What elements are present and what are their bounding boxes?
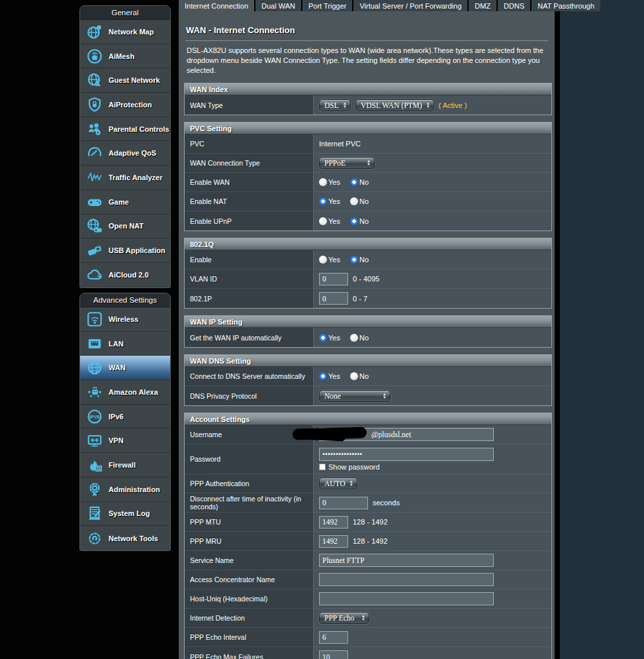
sidebar-item-ipv6[interactable]: IPV6IPv6	[80, 405, 170, 429]
field-value	[314, 647, 551, 659]
dropdown-value: None	[324, 392, 341, 400]
sidebar-item-aicloud-2-0[interactable]: AiCloud 2.0	[80, 263, 170, 287]
radio-button[interactable]	[319, 372, 327, 380]
show-password-checkbox[interactable]	[319, 464, 326, 470]
tab-port-trigger[interactable]: Port Trigger	[302, 0, 352, 11]
field-value: 128 - 1492	[314, 532, 551, 551]
radio-enable-no[interactable]: No	[350, 256, 369, 264]
radio-get-the-wan-ip-automatically-no[interactable]: No	[350, 334, 369, 342]
radio-enable-upnp-yes[interactable]: Yes	[319, 217, 340, 225]
radio-button[interactable]	[350, 372, 358, 380]
disconnect-after-time-of-inactivity-in-seconds-input[interactable]	[319, 497, 368, 509]
dropdown-none[interactable]: None▲▼	[319, 390, 391, 402]
sidebar-item-network-tools[interactable]: Network Tools	[80, 526, 170, 550]
radio-button[interactable]	[319, 178, 327, 186]
tab-dmz[interactable]: DMZ	[469, 0, 496, 11]
sidebar-item-game[interactable]: Game	[80, 190, 170, 215]
tab-internet-connection[interactable]: Internet Connection	[179, 0, 254, 11]
tab-ddns[interactable]: DDNS	[498, 0, 530, 11]
dropdown-pppoe[interactable]: PPPoE▲▼	[319, 157, 375, 169]
sidebar-item-label: Administration	[109, 485, 160, 493]
ppp-mru-input[interactable]	[319, 535, 348, 548]
sidebar-item-guest-network[interactable]: Guest Network	[80, 68, 170, 93]
radio-button[interactable]	[350, 256, 358, 264]
tab-nat-passthrough[interactable]: NAT Passthrough	[531, 0, 600, 11]
dropdown-arrows-icon: ▲▼	[383, 393, 387, 399]
sidebar-item-aiprotection[interactable]: AiProtection	[80, 93, 170, 117]
802-1p-input[interactable]	[319, 292, 348, 305]
sidebar-item-amazon-alexa[interactable]: Amazon Alexa	[80, 380, 170, 405]
sidebar-item-adaptive-qos[interactable]: Adaptive QoS	[80, 141, 170, 166]
radio-enable-nat-yes[interactable]: Yes	[319, 197, 340, 205]
radio-enable-nat-no[interactable]: No	[350, 197, 369, 205]
field-value: YesNo	[314, 250, 551, 270]
radio-button[interactable]	[319, 256, 327, 264]
tab-dual-wan[interactable]: Dual WAN	[255, 0, 301, 11]
usb-application-icon	[86, 242, 103, 259]
radio-button[interactable]	[350, 217, 358, 225]
sidebar-item-parental-controls[interactable]: Parental Controls	[80, 117, 170, 142]
radio-label: No	[359, 372, 369, 380]
radio-button[interactable]	[350, 178, 358, 186]
field-label: PPP MTU	[185, 513, 314, 532]
radio-connect-to-dns-server-automatically-yes[interactable]: Yes	[319, 372, 340, 380]
sidebar-item-open-nat[interactable]: Open NAT	[80, 215, 170, 239]
show-password-toggle[interactable]: Show password	[319, 463, 380, 471]
radio-button[interactable]	[319, 197, 327, 205]
form-row-enable-upnp: Enable UPnPYesNo	[185, 211, 551, 230]
dropdown-auto[interactable]: AUTO▲▼	[319, 478, 357, 489]
section-title: WAN Index	[185, 83, 551, 95]
sidebar-item-aimesh[interactable]: AiMesh	[80, 44, 170, 69]
radio-enable-yes[interactable]: Yes	[319, 256, 340, 264]
sidebar-item-wireless[interactable]: Wireless	[80, 307, 170, 332]
sidebar-item-label: Firewall	[109, 461, 136, 469]
radio-enable-wan-yes[interactable]: Yes	[319, 178, 340, 186]
radio-button[interactable]	[350, 197, 358, 205]
sidebar-item-administration[interactable]: Administration	[80, 478, 170, 502]
sidebar-item-usb-application[interactable]: USB Application	[80, 238, 170, 263]
password-input[interactable]	[319, 448, 494, 461]
dropdown-vdsl-wan-ptm[interactable]: VDSL WAN (PTM)▲▼	[355, 99, 434, 111]
field-value: 128 - 1492	[314, 513, 551, 532]
vlan-id-input[interactable]	[319, 273, 348, 285]
section-title: WAN DNS Setting	[185, 355, 551, 367]
ppp-echo-interval-input[interactable]	[319, 631, 348, 644]
radio-enable-upnp-no[interactable]: No	[350, 217, 369, 225]
sidebar-item-vpn[interactable]: VPN	[80, 429, 170, 453]
sidebar-item-network-map[interactable]: Network Map	[80, 20, 170, 44]
radio-label: No	[359, 334, 369, 342]
radio-connect-to-dns-server-automatically-no[interactable]: No	[350, 372, 369, 380]
dropdown-ppp-echo[interactable]: PPP Echo▲▼	[319, 612, 369, 624]
service-name-input[interactable]	[319, 554, 494, 567]
radio-button[interactable]	[319, 217, 327, 225]
ppp-echo-max-failures-input[interactable]	[319, 650, 348, 659]
adaptive-qos-icon	[86, 144, 103, 162]
sidebar-item-traffic-analyzer[interactable]: Traffic Analyzer	[80, 166, 170, 190]
radio-button[interactable]	[319, 334, 327, 342]
sidebar-item-system-log[interactable]: System Log	[80, 502, 170, 527]
sidebar-item-label: AiMesh	[109, 52, 134, 60]
sidebar-item-wan[interactable]: WAN	[80, 356, 170, 380]
ppp-mtu-input[interactable]	[319, 516, 348, 529]
tab-virtual-server-port-forwarding[interactable]: Virtual Server / Port Forwarding	[353, 0, 467, 11]
sidebar-item-firewall[interactable]: Firewall	[80, 453, 170, 478]
field-label: Enable WAN	[185, 173, 314, 192]
sidebar-item-lan[interactable]: LAN	[80, 332, 170, 356]
sidebar-general: GeneralNetwork MapAiMeshGuest NetworkAiP…	[79, 5, 171, 288]
field-value: YesNo	[314, 192, 551, 211]
field-value: YesNo	[314, 328, 551, 347]
hint-text: ( Active )	[439, 101, 467, 109]
dropdown-dsl[interactable]: DSL▲▼	[319, 99, 351, 111]
ipv6-icon: IPV6	[86, 408, 103, 425]
form-row-password: PasswordShow password	[185, 444, 551, 474]
field-label: 802.1P	[185, 289, 314, 308]
form-row-enable-wan: Enable WANYesNo	[185, 173, 551, 192]
content-panel: WAN - Internet Connection DSL-AX82U supp…	[179, 11, 555, 659]
radio-enable-wan-no[interactable]: No	[350, 178, 369, 186]
access-concentrator-input[interactable]	[319, 573, 494, 586]
field-label: PPP Echo Max Failures	[185, 647, 314, 659]
radio-button[interactable]	[350, 334, 358, 342]
host-uniq-input[interactable]	[319, 592, 494, 605]
field-label: PPP MRU	[185, 532, 314, 551]
radio-get-the-wan-ip-automatically-yes[interactable]: Yes	[319, 334, 340, 342]
